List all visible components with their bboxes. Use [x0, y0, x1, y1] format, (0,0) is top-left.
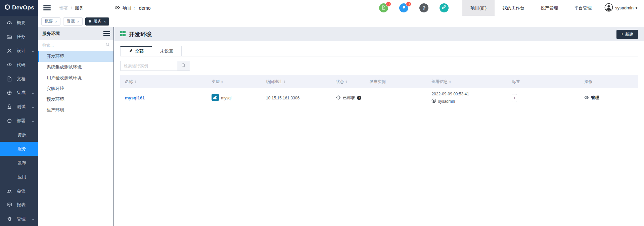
- nav-production-mgmt[interactable]: 投产管理: [533, 0, 566, 16]
- status-badge: 已部署: [343, 95, 355, 101]
- sidebar-item-resources[interactable]: 资源: [0, 128, 38, 142]
- sort-icon[interactable]: ▲▼: [221, 80, 223, 83]
- eye-icon: [114, 5, 120, 11]
- sidebar-toggle-icon[interactable]: [43, 4, 51, 11]
- manage-action[interactable]: 管理: [584, 95, 599, 101]
- tab-chip-overview[interactable]: 概要 ×: [41, 17, 60, 26]
- close-icon[interactable]: ×: [55, 19, 57, 24]
- design-tools-icon: [7, 48, 12, 53]
- gear-icon: [7, 216, 12, 222]
- col-address[interactable]: 访问地址▲▼: [263, 75, 332, 88]
- project-selector[interactable]: 项目： demo: [114, 5, 151, 11]
- search-icon: [105, 42, 110, 48]
- document-quick-button[interactable]: 0: [379, 3, 388, 12]
- avatar: [604, 3, 613, 13]
- monitor-chart-icon: [7, 202, 12, 208]
- environment-search: [38, 40, 113, 51]
- sidebar-item-integration[interactable]: 集成: [0, 86, 38, 100]
- info-icon[interactable]: i: [357, 96, 361, 100]
- breadcrumb-parent[interactable]: 部署: [59, 5, 68, 11]
- user-menu[interactable]: sysadmin ▾: [600, 3, 644, 13]
- open-tabs-strip: 概要 × 资源 × 服务 ×: [38, 16, 644, 27]
- nav-my-workspace[interactable]: 我的工作台: [495, 0, 533, 16]
- sidebar-item-meetings[interactable]: 会议: [0, 184, 38, 198]
- col-deploy-info[interactable]: 部署信息▲▼: [428, 75, 508, 88]
- breadcrumb-current: 服务: [75, 5, 84, 11]
- chevron-up-icon: [31, 119, 35, 124]
- page-header: 开发环境 + 新建: [114, 27, 644, 41]
- tab-chip-resources[interactable]: 资源 ×: [63, 17, 82, 26]
- plus-icon: +: [621, 32, 624, 37]
- instance-search-input[interactable]: [120, 61, 177, 71]
- app-title: DevOps: [12, 4, 34, 11]
- sort-icon[interactable]: ▲▼: [134, 80, 137, 83]
- document-badge: 0: [386, 1, 391, 7]
- sort-icon[interactable]: ▲▼: [283, 80, 286, 83]
- sidebar-item-test[interactable]: 测试: [0, 100, 38, 114]
- sidebar-item-release[interactable]: 发布: [0, 156, 38, 170]
- services-table: 名称▲▼ 类型▲▼ 访问地址▲▼ 状态▲▼ 发布实例 部署信息▲▼ 标签 操作: [120, 75, 638, 108]
- app-root: DevOps 概要 任务 设计 代码 文档 集成: [0, 0, 644, 226]
- sort-icon[interactable]: ▲▼: [345, 80, 348, 83]
- sidebar-item-apps[interactable]: 应用: [0, 170, 38, 184]
- environment-panel-title: 服务环境: [42, 31, 60, 37]
- search-button[interactable]: [177, 61, 190, 71]
- manage-eye-icon: [584, 95, 589, 101]
- deploy-user: sysadmin: [438, 99, 455, 104]
- sort-icon[interactable]: ▲▼: [449, 80, 451, 83]
- notifications-button[interactable]: 0: [399, 3, 408, 12]
- sidebar-item-tasks[interactable]: 任务: [0, 30, 38, 44]
- env-item-staging[interactable]: 预发环境: [38, 94, 113, 105]
- help-button[interactable]: ?: [419, 3, 428, 12]
- close-icon[interactable]: ×: [77, 19, 79, 24]
- nav-platform-mgmt[interactable]: 平台管理: [566, 0, 600, 16]
- sidebar-item-docs[interactable]: 文档: [0, 72, 38, 86]
- app-logo[interactable]: DevOps: [0, 0, 38, 16]
- sidebar-item-services[interactable]: 服务: [0, 142, 38, 156]
- environment-search-input[interactable]: [42, 43, 105, 48]
- env-item-sit[interactable]: 系统集成测试环境: [38, 62, 113, 73]
- flask-icon: [7, 104, 12, 109]
- col-type[interactable]: 类型▲▼: [208, 75, 263, 88]
- tab-unset[interactable]: 未设置: [152, 46, 182, 56]
- environment-panel: 服务环境 开发环境 系统集成测试环境 用户验收测试环境 实验环境 预发环境 生产…: [38, 27, 114, 226]
- question-icon: ?: [422, 5, 425, 11]
- topbar: 部署 / 服务 项目： demo 0 0 ?: [38, 0, 644, 16]
- bell-icon: [402, 5, 406, 11]
- instance-search: [120, 61, 638, 71]
- env-item-uat[interactable]: 用户验收测试环境: [38, 73, 113, 83]
- search-icon: [181, 63, 186, 69]
- env-item-experiment[interactable]: 实验环境: [38, 83, 113, 94]
- user-avatar-icon: [431, 98, 436, 104]
- col-status[interactable]: 状态▲▼: [332, 75, 366, 88]
- col-name[interactable]: 名称▲▼: [120, 75, 208, 88]
- tab-chip-services[interactable]: 服务 ×: [85, 17, 109, 26]
- document-icon: [381, 5, 386, 11]
- project-label: 项目：: [123, 5, 137, 11]
- col-actions: 操作: [581, 75, 638, 88]
- sidebar-item-code[interactable]: 代码: [0, 58, 38, 72]
- panel-collapse-icon[interactable]: [103, 30, 110, 37]
- nav-projects[interactable]: 项目(群): [462, 0, 495, 16]
- chevron-down-icon: [31, 49, 35, 54]
- sidebar-item-deploy[interactable]: 部署: [0, 114, 38, 128]
- sidebar: DevOps 概要 任务 设计 代码 文档 集成: [0, 0, 38, 226]
- breadcrumb: 部署 / 服务: [59, 5, 84, 11]
- sidebar-item-admin[interactable]: 管理: [0, 212, 38, 226]
- tab-all[interactable]: 全部: [120, 46, 152, 56]
- caret-down-icon: ▾: [636, 6, 637, 10]
- close-icon[interactable]: ×: [104, 19, 106, 24]
- table-header-row: 名称▲▼ 类型▲▼ 访问地址▲▼ 状态▲▼ 发布实例 部署信息▲▼ 标签 操作: [120, 75, 638, 88]
- sidebar-item-design[interactable]: 设计: [0, 44, 38, 58]
- share-link-button[interactable]: [440, 3, 449, 12]
- sidebar-item-overview[interactable]: 概要: [0, 16, 38, 30]
- add-tag-button[interactable]: +: [512, 94, 517, 102]
- sidebar-item-reports[interactable]: 报表: [0, 198, 38, 212]
- link-icon: [442, 5, 447, 11]
- env-item-dev[interactable]: 开发环境: [38, 51, 113, 62]
- create-new-button[interactable]: + 新建: [616, 30, 638, 39]
- mysql-icon: [212, 94, 219, 102]
- service-name-link[interactable]: mysql161: [125, 95, 145, 100]
- env-item-production[interactable]: 生产环境: [38, 105, 113, 116]
- username: sysadmin: [615, 5, 634, 10]
